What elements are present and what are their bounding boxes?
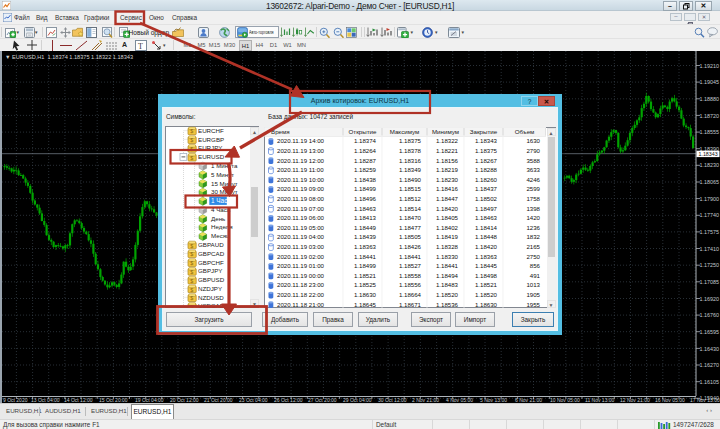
svg-text:1.18483: 1.18483 bbox=[436, 281, 459, 288]
svg-text:1.18328: 1.18328 bbox=[436, 243, 459, 250]
svg-text:1832: 1832 bbox=[526, 233, 540, 240]
svg-text:3633: 3633 bbox=[526, 166, 540, 173]
svg-text:2790: 2790 bbox=[526, 147, 540, 154]
svg-text:2020.11.19 07:00: 2020.11.19 07:00 bbox=[277, 205, 325, 212]
svg-text:2020.11.19 10:00: 2020.11.19 10:00 bbox=[277, 176, 325, 183]
svg-text:1.18287: 1.18287 bbox=[354, 157, 377, 164]
svg-text:26 Oct 12:00: 26 Oct 12:00 bbox=[274, 397, 303, 403]
svg-text:$: $ bbox=[190, 304, 193, 308]
svg-text:5 Nov 13:00: 5 Nov 13:00 bbox=[480, 397, 507, 403]
svg-text:1.18267: 1.18267 bbox=[475, 157, 498, 164]
svg-text:1.18536: 1.18536 bbox=[436, 301, 459, 308]
svg-text:Месяц: Месяц bbox=[211, 232, 230, 239]
svg-text:1.18230: 1.18230 bbox=[700, 162, 720, 168]
svg-text:$: $ bbox=[190, 287, 193, 293]
svg-text:2020.11.18 22:00: 2020.11.18 22:00 bbox=[277, 291, 325, 298]
svg-text:1.17575: 1.17575 bbox=[700, 229, 720, 235]
svg-text:1.18558: 1.18558 bbox=[399, 272, 422, 279]
svg-text:$: $ bbox=[190, 137, 193, 143]
svg-text:1.18521: 1.18521 bbox=[475, 281, 498, 288]
svg-text:2020.11.19 02:00: 2020.11.19 02:00 bbox=[277, 253, 325, 260]
svg-text:1.18349: 1.18349 bbox=[399, 166, 422, 173]
svg-text:$: $ bbox=[190, 251, 193, 257]
svg-text:USDCAD: USDCAD bbox=[198, 302, 225, 308]
svg-text:NZDUSD: NZDUSD bbox=[198, 294, 224, 301]
svg-text:EURJPY: EURJPY bbox=[198, 144, 222, 151]
svg-text:11 Nov 13:00: 11 Nov 13:00 bbox=[585, 397, 615, 403]
svg-text:1.18720: 1.18720 bbox=[700, 113, 720, 119]
svg-text:1.16920: 1.16920 bbox=[700, 296, 720, 302]
svg-text:21 Oct 20:00: 21 Oct 20:00 bbox=[204, 397, 233, 403]
svg-text:День: День bbox=[211, 215, 225, 222]
svg-text:2020.11.19 11:00: 2020.11.19 11:00 bbox=[277, 166, 324, 173]
svg-text:Открытие: Открытие bbox=[349, 128, 378, 135]
svg-text:1.19210: 1.19210 bbox=[700, 63, 720, 69]
svg-text:1.18343: 1.18343 bbox=[475, 137, 498, 144]
svg-text:1.18512: 1.18512 bbox=[399, 195, 422, 202]
svg-text:9 Oct 2020: 9 Oct 2020 bbox=[3, 397, 28, 403]
svg-text:1.18441: 1.18441 bbox=[354, 253, 377, 260]
svg-text:$: $ bbox=[190, 146, 193, 152]
svg-text:1.18556: 1.18556 bbox=[399, 281, 422, 288]
svg-text:1.18477: 1.18477 bbox=[399, 224, 422, 231]
svg-text:1.18405: 1.18405 bbox=[436, 214, 459, 221]
svg-text:1.18880: 1.18880 bbox=[700, 96, 720, 102]
svg-text:1398: 1398 bbox=[526, 205, 540, 212]
svg-text:2020.11.19 05:00: 2020.11.19 05:00 bbox=[277, 224, 325, 231]
svg-text:1420: 1420 bbox=[526, 214, 540, 221]
svg-text:13 Oct 04:00: 13 Oct 04:00 bbox=[31, 397, 60, 403]
svg-text:2020.11.19 12:00: 2020.11.19 12:00 bbox=[277, 157, 325, 164]
svg-text:T: T bbox=[138, 42, 143, 51]
svg-text:Объем: Объем bbox=[515, 128, 535, 135]
svg-text:1.16105: 1.16105 bbox=[700, 379, 720, 385]
svg-text:NZDJPY: NZDJPY bbox=[198, 285, 222, 292]
svg-text:1.18445: 1.18445 bbox=[475, 262, 498, 269]
svg-text:1.18630: 1.18630 bbox=[475, 301, 498, 308]
svg-text:2020.11.19 06:00: 2020.11.19 06:00 bbox=[277, 214, 325, 221]
svg-text:1.17085: 1.17085 bbox=[700, 279, 720, 285]
svg-text:1.18447: 1.18447 bbox=[436, 195, 459, 202]
svg-text:▼ EURUSD,H1 1.18374 1.18375 1: ▼ EURUSD,H1 1.18374 1.18375 1.18322 1.18… bbox=[5, 54, 133, 60]
svg-text:EURCHF: EURCHF bbox=[198, 127, 224, 134]
svg-text:1.18498: 1.18498 bbox=[475, 272, 498, 279]
svg-text:1.18375: 1.18375 bbox=[475, 147, 498, 154]
svg-text:491: 491 bbox=[530, 272, 541, 279]
svg-text:1.18420: 1.18420 bbox=[475, 243, 498, 250]
svg-text:1.18502: 1.18502 bbox=[475, 195, 498, 202]
svg-text:1.18219: 1.18219 bbox=[436, 166, 459, 173]
svg-text:2020.11.19 08:00: 2020.11.19 08:00 bbox=[277, 195, 325, 202]
svg-text:1.16270: 1.16270 bbox=[700, 362, 720, 368]
svg-text:856: 856 bbox=[530, 262, 541, 269]
svg-text:1.18630: 1.18630 bbox=[354, 291, 377, 298]
svg-text:1.18230: 1.18230 bbox=[436, 176, 459, 183]
svg-text:17 Nov 13:00: 17 Nov 13:00 bbox=[690, 397, 720, 403]
svg-text:3588: 3588 bbox=[526, 157, 540, 164]
svg-text:1.18322: 1.18322 bbox=[436, 137, 459, 144]
svg-text:1 Час: 1 Час bbox=[211, 197, 228, 204]
svg-text:1.18514: 1.18514 bbox=[399, 205, 422, 212]
svg-text:30 Oct 12:00: 30 Oct 12:00 bbox=[378, 397, 407, 403]
svg-text:Максимум: Максимум bbox=[390, 128, 420, 135]
svg-text:2020.11.19 01:00: 2020.11.19 01:00 bbox=[277, 262, 325, 269]
svg-text:EURGBP: EURGBP bbox=[198, 136, 224, 143]
svg-text:1.18416: 1.18416 bbox=[436, 185, 459, 192]
svg-text:1.18437: 1.18437 bbox=[475, 185, 498, 192]
svg-text:1.18499: 1.18499 bbox=[354, 262, 377, 269]
svg-text:2750: 2750 bbox=[526, 253, 540, 260]
svg-text:1 Минута: 1 Минута bbox=[211, 162, 238, 169]
svg-text:1.18414: 1.18414 bbox=[475, 224, 498, 231]
svg-text:1.18645: 1.18645 bbox=[354, 301, 377, 308]
svg-text:1.18555: 1.18555 bbox=[700, 129, 720, 135]
svg-text:1.18448: 1.18448 bbox=[475, 233, 498, 240]
svg-text:$: $ bbox=[190, 295, 193, 301]
svg-text:1.18378: 1.18378 bbox=[399, 147, 422, 154]
svg-text:2020.11.19 03:00: 2020.11.19 03:00 bbox=[277, 243, 325, 250]
svg-text:1.18330: 1.18330 bbox=[436, 253, 459, 260]
svg-text:1.16760: 1.16760 bbox=[700, 312, 720, 318]
svg-text:1.19045: 1.19045 bbox=[700, 79, 720, 85]
svg-text:1.18402: 1.18402 bbox=[436, 224, 459, 231]
svg-text:1.18664: 1.18664 bbox=[399, 291, 422, 298]
svg-text:1.18343: 1.18343 bbox=[699, 151, 718, 157]
svg-text:1.18420: 1.18420 bbox=[436, 205, 459, 212]
svg-text:10 Nov 05:00: 10 Nov 05:00 bbox=[550, 397, 580, 403]
